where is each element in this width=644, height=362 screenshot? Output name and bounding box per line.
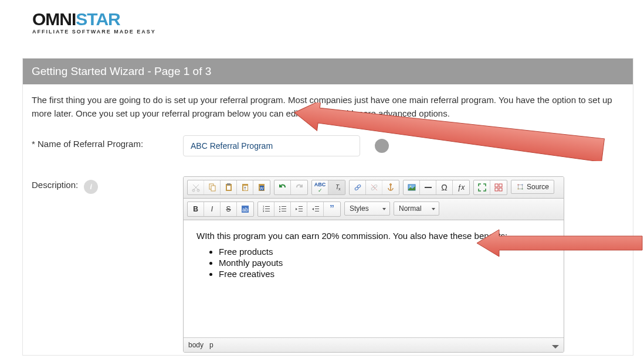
svg-rect-34: [265, 206, 270, 207]
svg-rect-48: [315, 206, 319, 207]
svg-text:x: x: [338, 187, 341, 191]
bold-button[interactable]: B: [188, 202, 204, 216]
svg-text:ab: ab: [242, 207, 248, 213]
svg-rect-5: [227, 183, 231, 185]
redo-button[interactable]: [291, 180, 307, 194]
paste-text-button[interactable]: T: [237, 180, 253, 194]
intro-text: The first thing you are going to do is s…: [32, 94, 624, 120]
logo: OMNISTAR AFFILIATE SOFTWARE MADE EASY: [0, 0, 644, 35]
list-item: Monthly payouts: [219, 258, 551, 268]
svg-point-18: [373, 185, 377, 188]
svg-text:3: 3: [263, 210, 265, 213]
hr-button[interactable]: [420, 180, 436, 194]
referral-name-input[interactable]: [183, 135, 360, 156]
svg-point-21: [410, 186, 411, 187]
list-item: Free products: [219, 247, 551, 257]
logo-tagline: AFFILIATE SOFTWARE MADE EASY: [32, 29, 644, 35]
editor-line: WIth this program you can earn 20% commi…: [196, 231, 551, 241]
resize-handle-icon[interactable]: [552, 345, 559, 349]
editor-list: Free products Monthly payouts Free creat…: [196, 247, 551, 279]
svg-rect-24: [499, 184, 502, 187]
svg-rect-6: [227, 186, 231, 190]
source-button[interactable]: Source: [511, 180, 554, 194]
svg-point-39: [279, 206, 280, 207]
logo-star: STAR: [76, 9, 120, 29]
editor-body[interactable]: WIth this program you can earn 20% commi…: [184, 220, 564, 337]
svg-rect-25: [495, 188, 498, 191]
ul-button[interactable]: [274, 202, 291, 216]
svg-rect-38: [265, 211, 270, 211]
svg-text:T: T: [243, 186, 246, 190]
ol-button[interactable]: 123: [258, 202, 274, 216]
rich-text-editor: T W ABC✓ Tx: [183, 176, 564, 353]
info-icon[interactable]: i: [84, 180, 98, 194]
copy-button[interactable]: [204, 180, 221, 194]
svg-rect-3: [211, 186, 215, 191]
svg-rect-26: [499, 188, 502, 191]
svg-rect-49: [315, 209, 319, 209]
svg-rect-45: [299, 206, 303, 207]
svg-rect-42: [282, 209, 286, 209]
panel-title: Getting Started Wizard - Page 1 of 3: [23, 59, 633, 84]
paste-word-button[interactable]: W: [253, 180, 270, 194]
indent-button[interactable]: [307, 202, 324, 216]
svg-rect-36: [265, 209, 270, 209]
list-item: Free creatives: [219, 269, 551, 279]
path-body[interactable]: body: [188, 341, 204, 349]
math-button[interactable]: ƒx: [453, 180, 469, 194]
image-button[interactable]: [404, 180, 420, 194]
blockquote-button[interactable]: ”: [324, 202, 340, 216]
hint-icon[interactable]: [375, 139, 389, 153]
svg-rect-46: [299, 209, 303, 209]
italic-button[interactable]: I: [204, 202, 221, 216]
showblocks-button[interactable]: [490, 180, 507, 194]
svg-point-41: [279, 209, 280, 210]
elements-path: body p: [184, 337, 564, 352]
color-button[interactable]: ab: [237, 202, 253, 216]
svg-rect-44: [282, 211, 286, 211]
link-button[interactable]: [350, 180, 366, 194]
unlink-button[interactable]: [366, 180, 382, 194]
path-p[interactable]: p: [209, 341, 213, 349]
svg-rect-47: [299, 211, 303, 211]
wizard-panel: Getting Started Wizard - Page 1 of 3 The…: [22, 58, 633, 356]
name-label: * Name of Referral Program:: [32, 135, 183, 156]
undo-button[interactable]: [274, 180, 291, 194]
svg-rect-22: [425, 187, 432, 188]
svg-rect-23: [495, 184, 498, 187]
specialchar-button[interactable]: Ω: [436, 180, 453, 194]
maximize-button[interactable]: [474, 180, 490, 194]
outdent-button[interactable]: [291, 202, 307, 216]
spellcheck-button[interactable]: ABC✓: [312, 180, 328, 194]
format-dropdown[interactable]: Normal: [394, 202, 439, 216]
svg-point-43: [279, 211, 280, 212]
svg-text:W: W: [260, 186, 264, 190]
svg-point-16: [357, 185, 361, 188]
svg-rect-50: [315, 211, 319, 211]
svg-point-17: [371, 187, 375, 190]
toolbar-row-2: B I S ab 123 ”: [184, 199, 564, 220]
styles-dropdown[interactable]: Styles: [344, 202, 390, 216]
remove-format-button[interactable]: Tx: [328, 180, 345, 194]
logo-omni: OMNI: [32, 9, 76, 29]
paste-button[interactable]: [221, 180, 237, 194]
anchor-button[interactable]: [382, 180, 399, 194]
svg-point-15: [354, 187, 358, 190]
cut-button[interactable]: [188, 180, 204, 194]
strike-button[interactable]: S: [221, 202, 237, 216]
description-label: Description:: [32, 180, 78, 190]
svg-rect-40: [282, 206, 286, 207]
toolbar-row-1: T W ABC✓ Tx: [184, 177, 564, 199]
panel-body: The first thing you are going to do is s…: [23, 84, 633, 355]
